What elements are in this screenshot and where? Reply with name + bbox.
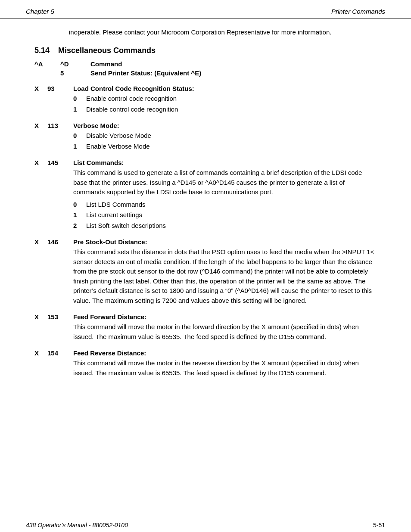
page-footer: 438 Operator's Manual - 880052-0100 5-51 (0, 518, 411, 532)
content-area: inoperable. Please contact your Microcom… (0, 19, 411, 518)
first-row-colcmd: Send Printer Status: (Equivalent ^E) (90, 68, 377, 78)
cmd-block-93: X93Load Control Code Recognition Status:… (34, 85, 377, 114)
cmd-desc-153: This command will move the motor in the … (73, 322, 377, 342)
cmd-num-153: 153 (47, 313, 73, 320)
cmd-x-154: X (34, 349, 47, 357)
val-desc: Disable control code recognition (86, 105, 377, 115)
first-cmd-row: 5 Send Printer Status: (Equivalent ^E) (34, 68, 377, 78)
cmd-num-146: 146 (47, 238, 73, 246)
cmd-title-row-153: X153Feed Forward Distance: (34, 313, 377, 320)
col-cmd-header: Command (90, 60, 377, 68)
cmd-title-row-145: X145List Commands: (34, 159, 377, 166)
val-desc: Enable Verbose Mode (86, 142, 377, 152)
cmd-num-145: 145 (47, 159, 73, 166)
val-desc: List Soft-switch descriptions (86, 221, 377, 231)
cmd-x-153: X (34, 313, 47, 320)
cmd-desc-154: This command will move the motor in the … (73, 358, 377, 378)
table-row: 0Enable control code recognition (73, 94, 377, 104)
val-desc: Disable Verbose Mode (86, 131, 377, 141)
table-row: 2List Soft-switch descriptions (73, 221, 377, 231)
col-d-header: ^D (60, 60, 90, 68)
col-a-header: ^A (34, 60, 60, 68)
first-row-cola (34, 68, 60, 78)
table-row: 1List current settings (73, 210, 377, 220)
cmd-label-145: List Commands: (73, 159, 377, 166)
cmd-title-row-93: X93Load Control Code Recognition Status: (34, 85, 377, 92)
section-title: Miscellaneous Commands (58, 46, 156, 55)
section-number: 5.14 (34, 46, 50, 55)
table-row: 0List LDS Commands (73, 200, 377, 210)
val-desc: List LDS Commands (86, 200, 377, 210)
table-row: 1Enable Verbose Mode (73, 142, 377, 152)
cmd-block-145: X145List Commands:This command is used t… (34, 159, 377, 230)
cmd-x-113: X (34, 122, 47, 129)
val-num: 2 (73, 221, 86, 231)
val-num: 0 (73, 131, 86, 141)
table-row: 0Disable Verbose Mode (73, 131, 377, 141)
cmd-block-146: X146Pre Stock-Out Distance:This command … (34, 238, 377, 305)
cmd-x-93: X (34, 85, 47, 92)
header-chapter: Chapter 5 (26, 8, 54, 15)
first-row-cold: 5 (60, 68, 90, 78)
cmd-x-146: X (34, 238, 47, 246)
command-table: ^A ^D Command 5 Send Printer Status: (Eq… (34, 60, 377, 78)
header-title: Printer Commands (331, 8, 385, 15)
cmd-num-93: 93 (47, 85, 73, 92)
cmd-values-113: 0Disable Verbose Mode1Enable Verbose Mod… (73, 131, 377, 151)
section-heading: 5.14 Miscellaneous Commands (34, 46, 377, 55)
cmd-title-row-146: X146Pre Stock-Out Distance: (34, 238, 377, 246)
cmd-x-145: X (34, 159, 47, 166)
cmd-block-154: X154Feed Reverse Distance:This command w… (34, 349, 377, 378)
val-desc: List current settings (86, 210, 377, 220)
cmd-title-row-154: X154Feed Reverse Distance: (34, 349, 377, 357)
footer-left: 438 Operator's Manual - 880052-0100 (26, 522, 128, 529)
cmd-num-113: 113 (47, 122, 73, 129)
cmd-label-146: Pre Stock-Out Distance: (73, 238, 377, 246)
table-header-row: ^A ^D Command (34, 60, 377, 68)
val-num: 1 (73, 210, 86, 220)
cmd-label-113: Verbose Mode: (73, 122, 377, 129)
page: Chapter 5 Printer Commands inoperable. P… (0, 0, 411, 532)
cmd-desc-145: This command is used to generate a list … (73, 168, 377, 197)
cmd-desc-146: This command sets the distance in dots t… (73, 247, 377, 305)
val-num: 0 (73, 94, 86, 104)
cmd-label-154: Feed Reverse Distance: (73, 349, 377, 357)
footer-right: 5-51 (373, 522, 385, 529)
cmd-label-153: Feed Forward Distance: (73, 313, 377, 320)
intro-paragraph: inoperable. Please contact your Microcom… (69, 28, 377, 37)
cmd-block-153: X153Feed Forward Distance:This command w… (34, 313, 377, 342)
val-num: 1 (73, 142, 86, 152)
val-desc: Enable control code recognition (86, 94, 377, 104)
cmd-values-93: 0Enable control code recognition1Disable… (73, 94, 377, 114)
val-num: 0 (73, 200, 86, 210)
cmd-block-113: X113Verbose Mode:0Disable Verbose Mode1E… (34, 122, 377, 151)
cmd-label-93: Load Control Code Recognition Status: (73, 85, 377, 92)
commands-container: X93Load Control Code Recognition Status:… (34, 85, 377, 378)
page-header: Chapter 5 Printer Commands (0, 0, 411, 19)
table-row: 1Disable control code recognition (73, 105, 377, 115)
cmd-title-row-113: X113Verbose Mode: (34, 122, 377, 129)
cmd-num-154: 154 (47, 349, 73, 357)
cmd-values-145: 0List LDS Commands1List current settings… (73, 200, 377, 231)
val-num: 1 (73, 105, 86, 115)
